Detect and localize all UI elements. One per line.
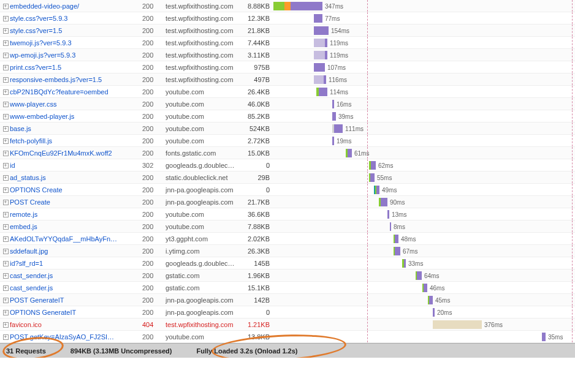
bar-segment-recv bbox=[387, 210, 389, 219]
expand-toggle[interactable]: + bbox=[0, 100, 9, 107]
request-size: 21.8KB bbox=[244, 27, 273, 34]
expand-toggle[interactable]: + bbox=[0, 64, 9, 70]
request-domain: i.ytimg.com bbox=[166, 247, 244, 255]
table-row[interactable]: +remote.js200youtube.com36.6KB13ms bbox=[0, 208, 575, 221]
table-row[interactable]: +style.css?ver=5.9.3200test.wpfixithosti… bbox=[0, 12, 575, 24]
table-row[interactable]: +id?slf_rd=1200googleads.g.doublec…145B3… bbox=[0, 257, 575, 270]
request-status: 200 bbox=[142, 137, 166, 145]
expand-toggle[interactable]: + bbox=[0, 149, 9, 156]
table-row[interactable]: +cast_sender.js200gstatic.com1.96KB64ms bbox=[0, 270, 575, 282]
request-url[interactable]: style.css?ver=5.9.3 bbox=[9, 15, 142, 22]
table-row[interactable]: +base.js200youtube.com524KB111ms bbox=[0, 123, 575, 135]
table-row[interactable]: +ad_status.js200static.doubleclick.net29… bbox=[0, 172, 575, 184]
expand-toggle[interactable]: + bbox=[0, 125, 9, 132]
expand-toggle[interactable]: + bbox=[0, 296, 9, 303]
request-url[interactable]: style.css?ver=1.5 bbox=[9, 27, 142, 34]
expand-toggle[interactable]: + bbox=[0, 235, 9, 242]
bar-segment-recv bbox=[542, 333, 546, 341]
expand-toggle[interactable]: + bbox=[0, 27, 9, 34]
expand-toggle[interactable]: + bbox=[0, 137, 9, 144]
table-row[interactable]: +twemoji.js?ver=5.9.3200test.wpfixithost… bbox=[0, 37, 575, 49]
request-url[interactable]: cast_sender.js bbox=[9, 272, 142, 279]
request-url[interactable]: id?slf_rd=1 bbox=[9, 260, 142, 267]
waterfall-cell: 62ms bbox=[273, 159, 575, 171]
expand-toggle[interactable]: + bbox=[0, 186, 9, 193]
request-url[interactable]: id bbox=[9, 162, 142, 169]
table-row[interactable]: +POST GenerateIT200jnn-pa.googleapis.com… bbox=[0, 294, 575, 306]
request-url[interactable]: POST Create bbox=[9, 198, 142, 206]
table-row[interactable]: +AKedOLTwYYQqdaF__mHbAyFn…200yt3.ggpht.c… bbox=[0, 233, 575, 245]
expand-toggle[interactable]: + bbox=[0, 198, 9, 205]
table-row[interactable]: +www-player.css200youtube.com46.0KB16ms bbox=[0, 98, 575, 110]
request-url[interactable]: cbP2N1BQdYc?feature=oembed bbox=[9, 88, 142, 96]
timing-bar: 90ms bbox=[379, 198, 405, 206]
table-row[interactable]: +OPTIONS Create200jnn-pa.googleapis.com0… bbox=[0, 184, 575, 196]
table-row[interactable]: +POST getKey=AIzaSyAO_FJ2SI…200youtube.c… bbox=[0, 331, 575, 343]
request-url[interactable]: cast_sender.js bbox=[9, 284, 142, 292]
request-url[interactable]: embedded-video-page/ bbox=[9, 2, 142, 10]
request-url[interactable]: embed.js bbox=[9, 223, 142, 230]
request-url[interactable]: www-player.css bbox=[9, 100, 142, 108]
request-url[interactable]: remote.js bbox=[9, 211, 142, 218]
request-status: 200 bbox=[142, 296, 166, 304]
expand-toggle[interactable]: + bbox=[0, 162, 9, 168]
expand-toggle[interactable]: + bbox=[0, 76, 9, 83]
request-url[interactable]: print.css?ver=1.5 bbox=[9, 64, 142, 71]
expand-toggle[interactable]: + bbox=[0, 309, 9, 315]
expand-toggle[interactable]: + bbox=[0, 333, 9, 340]
expand-toggle[interactable]: + bbox=[0, 174, 9, 181]
expand-toggle[interactable]: + bbox=[0, 39, 9, 46]
request-url[interactable]: favicon.ico bbox=[9, 321, 142, 328]
table-row[interactable]: +cast_sender.js200gstatic.com15.1KB46ms bbox=[0, 282, 575, 294]
expand-toggle[interactable]: + bbox=[0, 321, 9, 328]
expand-toggle[interactable]: + bbox=[0, 113, 9, 119]
request-url[interactable]: www-embed-player.js bbox=[9, 113, 142, 120]
table-row[interactable]: +OPTIONS GenerateIT200jnn-pa.googleapis.… bbox=[0, 306, 575, 318]
expand-toggle[interactable]: + bbox=[0, 15, 9, 21]
request-url[interactable]: responsive-embeds.js?ver=1.5 bbox=[9, 76, 142, 83]
table-row[interactable]: +print.css?ver=1.5200test.wpfixithosting… bbox=[0, 61, 575, 74]
request-url[interactable]: OPTIONS Create bbox=[9, 186, 142, 194]
request-size: 12.3KB bbox=[244, 15, 273, 22]
expand-toggle[interactable]: + bbox=[0, 51, 9, 58]
request-url[interactable]: wp-emoji.js?ver=5.9.3 bbox=[9, 51, 142, 59]
table-row[interactable]: +embedded-video-page/200test.wpfixithost… bbox=[0, 0, 575, 12]
table-row[interactable]: +cbP2N1BQdYc?feature=oembed200youtube.co… bbox=[0, 86, 575, 98]
request-size: 145B bbox=[244, 260, 273, 267]
expand-toggle[interactable]: + bbox=[0, 211, 9, 217]
request-url[interactable]: ad_status.js bbox=[9, 174, 142, 181]
request-status: 200 bbox=[142, 333, 166, 341]
expand-toggle[interactable]: + bbox=[0, 272, 9, 279]
table-row[interactable]: +fetch-polyfill.js200youtube.com2.72KB19… bbox=[0, 135, 575, 147]
table-row[interactable]: +www-embed-player.js200youtube.com85.2KB… bbox=[0, 110, 575, 123]
expand-toggle[interactable]: + bbox=[0, 260, 9, 266]
table-row[interactable]: +embed.js200youtube.com7.88KB8ms bbox=[0, 221, 575, 233]
bar-segment-recv bbox=[332, 137, 334, 145]
table-row[interactable]: +id302googleads.g.doublec…062ms bbox=[0, 159, 575, 172]
expand-toggle[interactable]: + bbox=[0, 223, 9, 230]
request-url[interactable]: twemoji.js?ver=5.9.3 bbox=[9, 39, 142, 47]
table-row[interactable]: +favicon.ico404test.wpfixithosting.com1.… bbox=[0, 318, 575, 331]
bar-segment-recv bbox=[291, 2, 322, 10]
expand-toggle[interactable]: + bbox=[0, 88, 9, 95]
expand-toggle[interactable]: + bbox=[0, 284, 9, 291]
table-row[interactable]: +style.css?ver=1.5200test.wpfixithosting… bbox=[0, 24, 575, 37]
table-row[interactable]: +POST Create200jnn-pa.googleapis.com21.7… bbox=[0, 196, 575, 208]
table-row[interactable]: +sddefault.jpg200i.ytimg.com26.3KB67ms bbox=[0, 245, 575, 257]
expand-toggle[interactable]: + bbox=[0, 247, 9, 254]
request-url[interactable]: base.js bbox=[9, 125, 142, 132]
table-row[interactable]: +KFOmCnqEu92Fr1Mu4mxK.woff2200fonts.gsta… bbox=[0, 147, 575, 159]
table-row[interactable]: +wp-emoji.js?ver=5.9.3200test.wpfixithos… bbox=[0, 49, 575, 61]
expand-toggle[interactable]: + bbox=[0, 2, 9, 9]
request-url[interactable]: POST GenerateIT bbox=[9, 296, 142, 304]
request-url[interactable]: KFOmCnqEu92Fr1Mu4mxK.woff2 bbox=[9, 149, 142, 157]
request-url[interactable]: fetch-polyfill.js bbox=[9, 137, 142, 145]
waterfall-cell: 90ms bbox=[273, 196, 575, 208]
bar-segment-recv bbox=[433, 308, 435, 317]
request-domain: test.wpfixithosting.com bbox=[166, 64, 244, 71]
request-url[interactable]: AKedOLTwYYQqdaF__mHbAyFn… bbox=[9, 235, 142, 243]
request-url[interactable]: POST getKey=AIzaSyAO_FJ2SI… bbox=[9, 333, 142, 341]
table-row[interactable]: +responsive-embeds.js?ver=1.5200test.wpf… bbox=[0, 74, 575, 86]
request-url[interactable]: OPTIONS GenerateIT bbox=[9, 309, 142, 316]
request-url[interactable]: sddefault.jpg bbox=[9, 247, 142, 255]
